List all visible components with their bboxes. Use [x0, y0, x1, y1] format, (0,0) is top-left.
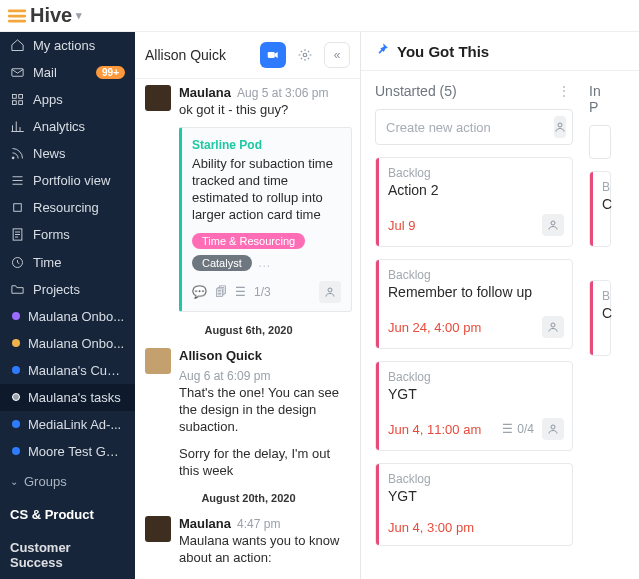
card-project: Starline Pod — [192, 138, 341, 152]
mail-icon — [10, 65, 25, 80]
brand-logo[interactable]: Hive ▾ — [6, 4, 82, 27]
project-dot — [12, 393, 20, 401]
sidebar-item-resourcing[interactable]: Resourcing — [0, 194, 135, 221]
sidebar-project-4[interactable]: MediaLink Ad-... — [0, 411, 135, 438]
sidebar-item-news[interactable]: News — [0, 140, 135, 167]
svg-rect-5 — [19, 95, 23, 99]
lane-menu-button[interactable]: ⋮ — [557, 83, 573, 99]
lane-in-progress-partial: In P BC BC — [589, 83, 611, 579]
sidebar-item-portfolio[interactable]: Portfolio view — [0, 167, 135, 194]
message-text: Sorry for the delay, I'm out this week — [179, 446, 352, 480]
card-title: Action 2 — [388, 182, 564, 198]
person-icon — [554, 121, 566, 133]
hive-icon — [6, 5, 28, 27]
avatar — [145, 85, 171, 111]
project-label: Maulana's Cust... — [28, 363, 125, 378]
tag-catalyst[interactable]: Catalyst — [192, 255, 252, 271]
brand-name: Hive — [30, 4, 72, 27]
svg-point-18 — [551, 425, 555, 429]
groups-header[interactable]: ⌄ Groups — [0, 465, 135, 498]
board-lanes[interactable]: Unstarted (5) ⋮ Backlog Action 2 — [361, 71, 639, 579]
chat-person-name[interactable]: Allison Quick — [145, 47, 254, 63]
sidebar-project-2[interactable]: Maulana's Cust... — [0, 357, 135, 384]
sidebar-item-mail[interactable]: Mail 99+ — [0, 59, 135, 86]
chart-icon — [10, 119, 25, 134]
pin-icon[interactable] — [375, 42, 389, 60]
subactions-count: ☰ 0/4 — [502, 422, 534, 436]
project-dot — [12, 312, 20, 320]
person-icon — [547, 219, 559, 231]
action-card[interactable]: Starline Pod Ability for subaction time … — [179, 127, 352, 313]
assignee-button[interactable] — [554, 116, 566, 138]
sidebar-item-label: Projects — [33, 282, 125, 297]
sidebar-project-1[interactable]: Maulana Onbo... — [0, 330, 135, 357]
date-divider: August 6th, 2020 — [145, 324, 352, 336]
sidebar-project-3[interactable]: Maulana's tasks — [0, 384, 135, 411]
sidebar-item-analytics[interactable]: Analytics — [0, 113, 135, 140]
project-label: Moore Test Gantt — [28, 444, 125, 459]
sidebar-item-time[interactable]: Time — [0, 249, 135, 276]
project-label: Maulana Onbo... — [28, 309, 125, 324]
svg-rect-7 — [19, 101, 23, 105]
comment-icon[interactable]: 💬 — [192, 285, 207, 299]
chevron-down-icon[interactable]: ▾ — [76, 9, 82, 22]
board-card-partial[interactable]: BC — [589, 171, 611, 247]
chevrons-left-icon: « — [334, 48, 341, 62]
board-card[interactable]: Backlog YGT Jun 4, 11:00 am ☰ 0/4 — [375, 361, 573, 451]
sidebar-item-projects[interactable]: Projects — [0, 276, 135, 303]
board-card[interactable]: Backlog YGT Jun 4, 3:00 pm — [375, 463, 573, 546]
card-due: Jun 24, 4:00 pm — [388, 320, 534, 335]
assignee-button[interactable] — [542, 418, 564, 440]
video-icon — [266, 48, 280, 62]
sidebar-item-label: Mail — [33, 65, 88, 80]
mail-badge: 99+ — [96, 66, 125, 79]
chat-settings-button[interactable] — [292, 42, 318, 68]
board-card[interactable]: Backlog Action 2 Jul 9 — [375, 157, 573, 247]
new-action-input-wrap[interactable] — [375, 109, 573, 145]
sidebar-item-forms[interactable]: Forms — [0, 221, 135, 248]
lane-count: (5) — [440, 83, 457, 99]
tag-time-resourcing[interactable]: Time & Resourcing — [192, 233, 305, 249]
sidebar-item-apps[interactable]: Apps — [0, 86, 135, 113]
person-icon — [547, 423, 559, 435]
board-card-partial[interactable]: BC — [589, 280, 611, 356]
project-dot — [12, 420, 20, 428]
svg-point-14 — [328, 288, 332, 292]
sidebar-project-5[interactable]: Moore Test Gantt — [0, 438, 135, 465]
group-customer-success[interactable]: Customer Success — [0, 531, 135, 579]
message-time: 4:47 pm — [237, 517, 280, 531]
svg-rect-12 — [268, 52, 275, 58]
sidebar-item-label: Portfolio view — [33, 173, 125, 188]
checklist-icon[interactable]: ☰ — [235, 285, 246, 299]
collapse-chat-button[interactable]: « — [324, 42, 350, 68]
attachment-icon[interactable]: 🗐 — [215, 285, 227, 299]
assignee-button[interactable] — [542, 316, 564, 338]
card-due: Jun 4, 3:00 pm — [388, 520, 564, 535]
board-title: You Got This — [397, 43, 489, 60]
person-icon — [547, 321, 559, 333]
svg-point-8 — [12, 157, 14, 159]
assignee-button[interactable] — [542, 214, 564, 236]
video-call-button[interactable] — [260, 42, 286, 68]
svg-rect-0 — [8, 9, 26, 12]
svg-rect-2 — [8, 19, 26, 22]
sidebar-item-label: Analytics — [33, 119, 125, 134]
chat-messages[interactable]: Maulana Aug 5 at 3:06 pm ok got it - thi… — [135, 79, 360, 579]
list-icon — [10, 173, 25, 188]
sidebar-item-my-actions[interactable]: My actions — [0, 32, 135, 59]
svg-point-17 — [551, 323, 555, 327]
lane-unstarted: Unstarted (5) ⋮ Backlog Action 2 — [375, 83, 573, 579]
svg-rect-1 — [8, 14, 26, 17]
new-action-input[interactable] — [386, 120, 554, 135]
chat-header: Allison Quick « — [135, 32, 360, 79]
svg-rect-9 — [14, 204, 22, 212]
board-card[interactable]: Backlog Remember to follow up Jun 24, 4:… — [375, 259, 573, 349]
grid-icon — [10, 92, 25, 107]
clock-icon — [10, 255, 25, 270]
assignee-button[interactable] — [319, 281, 341, 303]
group-cs-product[interactable]: CS & Product — [0, 498, 135, 531]
sidebar-project-0[interactable]: Maulana Onbo... — [0, 303, 135, 330]
more-tags-icon[interactable]: … — [258, 255, 271, 271]
card-due: Jul 9 — [388, 218, 534, 233]
chat-message: Maulana 4:47 pm Maulana wants you to kno… — [145, 516, 352, 567]
